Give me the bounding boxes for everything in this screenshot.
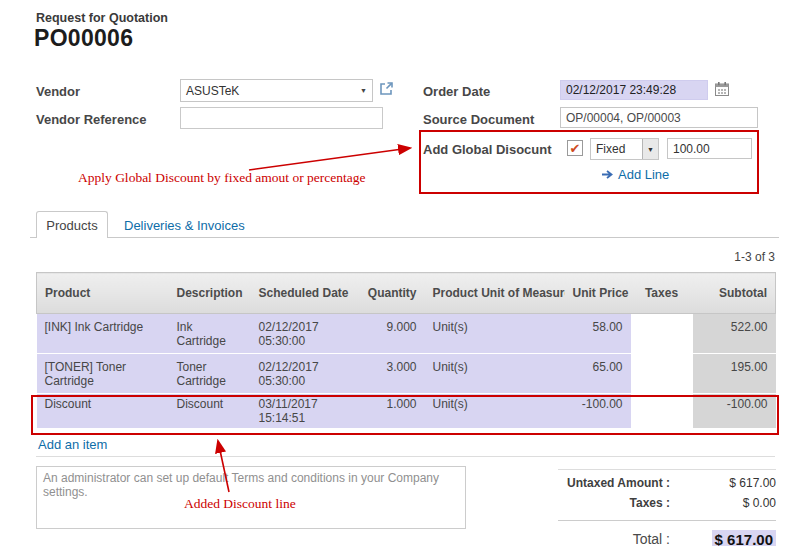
add-item-row: Add an item xyxy=(36,433,775,457)
total-label: Total : xyxy=(558,531,680,546)
vendor-value: ASUSTeK xyxy=(186,84,239,98)
external-link-icon[interactable] xyxy=(379,81,394,100)
vendor-label: Vendor xyxy=(36,84,80,99)
add-line-link[interactable]: Add Line xyxy=(601,167,669,182)
totals-block: Untaxed Amount : $ 617.00 Taxes : $ 0.00… xyxy=(558,469,776,546)
cell-taxes[interactable] xyxy=(631,354,693,394)
annotation-note-discount: Apply Global Discount by fixed amout or … xyxy=(78,170,366,186)
total-value-wrap: $ 617.00 xyxy=(680,531,776,546)
cell-scheduled-date[interactable]: 02/12/2017 05:30:00 xyxy=(251,354,355,394)
add-an-item-link[interactable]: Add an item xyxy=(38,437,107,452)
cell-uom[interactable]: Unit(s) xyxy=(425,314,565,354)
cell-uom[interactable]: Unit(s) xyxy=(425,354,565,394)
doc-type-label: Request for Quotation xyxy=(36,11,168,25)
cell-uom[interactable]: Unit(s) xyxy=(425,394,565,429)
source-document-label: Source Document xyxy=(423,112,534,127)
tab-products-label: Products xyxy=(46,218,97,233)
arrow-right-icon xyxy=(601,169,614,180)
table-row-ink[interactable]: [INK] Ink Cartridge Ink Cartridge 02/12/… xyxy=(37,314,776,354)
cell-subtotal[interactable]: -100.00 xyxy=(693,394,776,429)
pager-status: 1-3 of 3 xyxy=(680,250,775,264)
vendor-select[interactable]: ASUSTeK ▼ xyxy=(180,79,373,102)
discount-amount-input[interactable]: 100.00 xyxy=(667,138,752,159)
untaxed-amount-value: $ 617.00 xyxy=(680,476,776,490)
col-quantity[interactable]: Quantity xyxy=(355,273,425,314)
cell-subtotal[interactable]: 522.00 xyxy=(693,314,776,354)
cell-unit-price[interactable]: 58.00 xyxy=(565,314,631,354)
totals-divider xyxy=(558,520,776,521)
tab-products[interactable]: Products xyxy=(36,211,108,238)
untaxed-amount-label: Untaxed Amount : xyxy=(558,476,680,490)
taxes-label: Taxes : xyxy=(558,496,680,510)
checkmark-icon: ✔ xyxy=(570,142,581,155)
cell-quantity[interactable]: 3.000 xyxy=(355,354,425,394)
rfq-page: Request for Quotation PO00006 Vendor ASU… xyxy=(0,0,810,546)
cell-description[interactable]: Ink Cartridge xyxy=(169,314,251,354)
cell-description[interactable]: Discount xyxy=(169,394,251,429)
terms-notes-area[interactable]: An administrator can set up default Term… xyxy=(36,466,466,529)
discount-type-select[interactable]: Fixed ▼ xyxy=(590,138,659,160)
tab-bar-divider xyxy=(30,237,779,238)
order-lines-table: Product Description Scheduled Date Quant… xyxy=(36,272,776,429)
order-date-label: Order Date xyxy=(423,84,490,99)
source-document-value: OP/00004, OP/00003 xyxy=(566,111,681,125)
col-product[interactable]: Product xyxy=(37,273,169,314)
table-header-row: Product Description Scheduled Date Quant… xyxy=(37,273,776,314)
source-document-input[interactable]: OP/00004, OP/00003 xyxy=(560,107,758,128)
col-unit-price[interactable]: Unit Price xyxy=(565,273,631,314)
cell-product[interactable]: [INK] Ink Cartridge xyxy=(37,314,169,354)
vendor-reference-label: Vendor Reference xyxy=(36,112,147,127)
cell-scheduled-date[interactable]: 03/11/2017 15:14:51 xyxy=(251,394,355,429)
cell-scheduled-date[interactable]: 02/12/2017 05:30:00 xyxy=(251,314,355,354)
cell-unit-price[interactable]: 65.00 xyxy=(565,354,631,394)
col-taxes[interactable]: Taxes xyxy=(631,273,693,314)
add-line-label: Add Line xyxy=(618,167,669,182)
table-row-discount[interactable]: Discount Discount 03/11/2017 15:14:51 1.… xyxy=(37,394,776,429)
col-uom[interactable]: Product Unit of Measure xyxy=(425,273,565,314)
order-date-value: 02/12/2017 23:49:28 xyxy=(566,83,676,97)
col-scheduled-date[interactable]: Scheduled Date xyxy=(251,273,355,314)
chevron-down-icon[interactable]: ▼ xyxy=(642,139,658,159)
global-discount-checkbox[interactable]: ✔ xyxy=(567,140,583,156)
cell-description[interactable]: Toner Cartridge xyxy=(169,354,251,394)
order-date-input[interactable]: 02/12/2017 23:49:28 xyxy=(560,80,708,100)
page-title: PO00006 xyxy=(34,25,133,52)
terms-hint-text: An administrator can set up default Term… xyxy=(43,471,439,499)
chevron-down-icon[interactable]: ▼ xyxy=(360,87,367,94)
col-subtotal[interactable]: Subtotal xyxy=(693,273,776,314)
add-global-discount-label: Add Global Disocunt xyxy=(423,142,552,157)
cell-quantity[interactable]: 1.000 xyxy=(355,394,425,429)
calendar-icon[interactable] xyxy=(714,81,730,101)
cell-taxes[interactable] xyxy=(631,314,693,354)
discount-amount-value: 100.00 xyxy=(673,142,710,156)
cell-taxes[interactable] xyxy=(631,394,693,429)
vendor-reference-input[interactable] xyxy=(180,107,383,129)
annotation-arrow-discount xyxy=(249,148,410,170)
col-description[interactable]: Description xyxy=(169,273,251,314)
cell-unit-price[interactable]: -100.00 xyxy=(565,394,631,429)
total-value: $ 617.00 xyxy=(712,530,776,546)
cell-quantity[interactable]: 9.000 xyxy=(355,314,425,354)
discount-type-value: Fixed xyxy=(596,142,625,156)
taxes-value: $ 0.00 xyxy=(680,496,776,510)
cell-product[interactable]: [TONER] Toner Cartridge xyxy=(37,354,169,394)
taxes-row: Taxes : $ 0.00 xyxy=(558,496,776,516)
cell-product[interactable]: Discount xyxy=(37,394,169,429)
cell-subtotal[interactable]: 195.00 xyxy=(693,354,776,394)
tab-deliveries-invoices[interactable]: Deliveries & Invoices xyxy=(124,218,245,233)
untaxed-amount-row: Untaxed Amount : $ 617.00 xyxy=(558,476,776,496)
total-row: Total : $ 617.00 xyxy=(558,526,776,546)
table-row-toner[interactable]: [TONER] Toner Cartridge Toner Cartridge … xyxy=(37,354,776,394)
